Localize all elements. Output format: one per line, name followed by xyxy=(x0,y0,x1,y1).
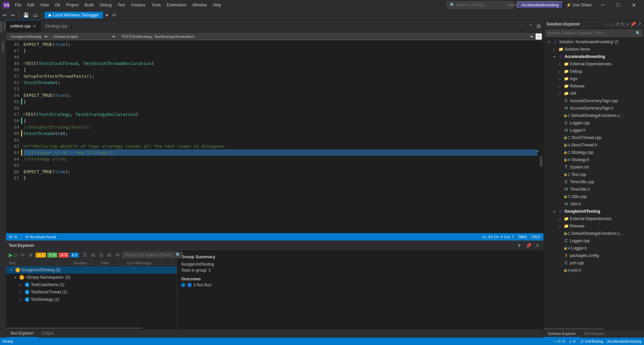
tree-item-accsumtags-h[interactable]: H AccountSummaryTags.h xyxy=(544,105,644,112)
test-item-stockthread[interactable]: ▷ ℹ TestStockThread (1) xyxy=(6,288,177,296)
editor-pin-button[interactable]: ⌃ xyxy=(527,23,534,29)
panel-pin-button[interactable]: 📌 xyxy=(524,242,533,249)
tree-item-strategy-cpp[interactable]: 🔒 C Strategy.cpp xyxy=(544,149,644,156)
run-selected-tests-button[interactable]: ▷ xyxy=(14,252,18,258)
se-nav-back-icon[interactable]: ← xyxy=(605,21,610,27)
undo-button[interactable]: ↩ xyxy=(1,12,8,18)
editor-split-button[interactable]: ⊟ xyxy=(535,23,542,29)
test-settings-button[interactable]: ⚙ xyxy=(114,252,121,258)
test-list-button[interactable]: ⊞ xyxy=(90,252,97,258)
tree-item-solution[interactable]: ▼ ⊞ Solution 'AcceleratedInvesting' (2 xyxy=(544,38,644,46)
tree-item-gu-defstrat[interactable]: 🔒 C DefaultStrategyFunctions.c... xyxy=(544,230,644,237)
tree-item-gu-ext-deps[interactable]: ▷ 📁 External Dependencies xyxy=(544,215,644,222)
se-collapse-icon[interactable]: ≡ xyxy=(626,21,629,27)
editor-scrollbar[interactable] xyxy=(539,41,543,233)
tree-item-accinvesting[interactable]: ▼ ⚙ AcceleratedInvesting xyxy=(544,53,644,60)
tree-item-logs[interactable]: ▷ 📁 logs xyxy=(544,75,644,82)
run-all-tests-button[interactable]: ▶ xyxy=(9,252,13,258)
se-pin-icon[interactable]: 📌 xyxy=(630,21,636,27)
test-hier-button[interactable]: ⊟ xyxy=(98,252,105,258)
code-content[interactable]: EXPECT_TRUE(true); } ⊟TEST(TestStockThre… xyxy=(22,41,539,233)
panel-close-button[interactable]: ✕ xyxy=(534,242,541,249)
tab-output[interactable]: Output xyxy=(38,330,58,338)
tab-test-explorer[interactable]: Test Explorer xyxy=(6,330,38,338)
tree-item-logger-cpp[interactable]: C Logger.cpp xyxy=(544,119,644,127)
menu-edit[interactable]: Edit xyxy=(24,1,37,9)
test-item-strategy[interactable]: ▷ ℹ TestStrategy (1) xyxy=(6,296,177,303)
test-item-google[interactable]: ▼ ⚠ GoogleUnitTesting (3) xyxy=(6,266,177,274)
menu-tools[interactable]: Tools xyxy=(149,1,163,9)
branch-name[interactable]: ⎇ UnitTesting xyxy=(579,339,603,344)
se-expand-icon[interactable]: ↗ xyxy=(637,21,641,27)
tree-item-packages-config[interactable]: X packages.config xyxy=(544,252,644,259)
tree-item-defstrat-cpp[interactable]: 🔒 C DefaultStrategyFunctions.c... xyxy=(544,112,644,119)
se-sync-icon[interactable]: ↺ xyxy=(615,21,620,27)
test-tree-button[interactable]: ⊞ xyxy=(106,252,113,258)
menu-project[interactable]: Project xyxy=(63,1,81,9)
save-button[interactable]: 💾 xyxy=(22,12,30,18)
tree-item-strategy-h[interactable]: 🔒 H Strategy.h xyxy=(544,156,644,163)
global-search-input[interactable] xyxy=(456,3,506,7)
menu-git[interactable]: Git xyxy=(52,1,63,9)
se-tab-git[interactable]: Git Changes xyxy=(580,330,608,338)
tab-strategy-cpp[interactable]: Strategy.cpp xyxy=(41,20,71,32)
scope-dropdown-1[interactable]: GoogleUnitTesting xyxy=(7,33,49,40)
debug-dropdown-button[interactable]: ▾ xyxy=(104,12,109,18)
debug-step-button[interactable]: ⏎ xyxy=(111,12,117,18)
error-count[interactable]: ⚠ 8 xyxy=(569,339,575,344)
tab-close-icon[interactable]: ✕ xyxy=(33,23,37,29)
tree-item-gu-logger-h[interactable]: 🔒 H Logger.h xyxy=(544,245,644,252)
tree-item-utils-h[interactable]: H Utils.h xyxy=(544,200,644,208)
tab-unittest-cpp[interactable]: unittest.cpp ✕ xyxy=(6,20,41,32)
tree-item-test-cpp[interactable]: 🔒 C Test.cpp xyxy=(544,171,644,178)
test-group-button[interactable]: ☰ xyxy=(82,252,89,258)
menu-view[interactable]: View xyxy=(38,1,52,9)
se-scrollbar-h[interactable] xyxy=(544,328,644,330)
panel-collapse-button[interactable]: ▼ xyxy=(516,242,523,249)
test-search-input[interactable] xyxy=(122,252,183,258)
save-all-button[interactable]: 🗂 xyxy=(32,12,39,18)
tree-item-ext-deps[interactable]: ▷ 📁 External Dependencies xyxy=(544,60,644,68)
test-item-namespace[interactable]: ▼ ⚠ <Empty Namespace> (3) xyxy=(6,274,177,281)
tree-item-stockthread-h[interactable]: 🔒 H StockThread.h xyxy=(544,141,644,149)
tree-item-pch-h[interactable]: 🔒 H pch.h xyxy=(544,267,644,274)
maximize-button[interactable]: □ xyxy=(610,0,626,10)
tree-item-stockthread-cpp[interactable]: 🔒 C StockThread.cpp xyxy=(544,134,644,141)
tree-item-release[interactable]: ▷ 📁 Release xyxy=(544,82,644,90)
se-refresh-icon[interactable]: ↻ xyxy=(621,21,625,27)
tree-item-timeutils-cpp[interactable]: C TimeUtils.cpp xyxy=(544,178,644,186)
tree-item-timeutils-h[interactable]: H TimeUtils.h xyxy=(544,186,644,193)
tree-item-debug-folder[interactable]: ▷ 📁 Debug xyxy=(544,68,644,75)
test-scrollbar-h[interactable] xyxy=(6,327,177,330)
test-item-casename[interactable]: ▷ ℹ TestCaseName (1) xyxy=(6,281,177,288)
project-name[interactable]: AcceleratedInvesting xyxy=(607,339,641,343)
menu-debug[interactable]: Debug xyxy=(97,1,114,9)
encoding[interactable]: CRLF xyxy=(531,235,541,239)
menu-build[interactable]: Build xyxy=(82,1,97,9)
menu-file[interactable]: File xyxy=(12,1,24,9)
scrollbar-thumb[interactable] xyxy=(540,156,542,166)
tree-item-solution-items[interactable]: ▷ 📁 Solution Items xyxy=(544,46,644,53)
redo-button[interactable]: ↪ xyxy=(9,12,16,18)
se-search-input[interactable] xyxy=(545,29,643,37)
code-editor[interactable]: 46 47 48 49 50 51 52 53 54 55 56 57 58 5… xyxy=(6,41,543,233)
toolbox-icon[interactable]: Toolbox xyxy=(0,38,6,55)
server-explorer-icon[interactable]: Server Explorer xyxy=(0,21,6,38)
debug-run-button[interactable]: ▶ Local Windows Debugger xyxy=(45,12,103,18)
cancel-test-button[interactable]: ⊗ xyxy=(28,252,34,258)
liveshare-button[interactable]: ⚡ Live Share xyxy=(566,3,592,7)
issues-status[interactable]: ⊘ No issues found xyxy=(25,235,56,239)
scope-dropdown-2[interactable]: (Global Scope) xyxy=(50,33,117,40)
close-button[interactable]: ✕ xyxy=(626,0,641,10)
tree-item-system-txt[interactable]: T System.txt xyxy=(544,163,644,171)
expand-editor-button[interactable]: + xyxy=(535,33,542,40)
git-status[interactable]: ↑↓ 0 / 0 xyxy=(553,339,565,343)
tree-item-gu-logger-cpp[interactable]: C Logger.cpp xyxy=(544,237,644,245)
se-tab-explorer[interactable]: Solution Explorer xyxy=(544,330,580,338)
minimize-button[interactable]: ─ xyxy=(595,0,610,10)
account-button[interactable]: AcceleratedInvesting xyxy=(517,1,562,9)
zoom-level[interactable]: 91 % xyxy=(9,235,17,239)
scope-dropdown-3[interactable]: TEST(TestStrategy, TestStrategyDeclarati… xyxy=(117,33,535,40)
tab-overflow-button[interactable]: ⋯ xyxy=(518,24,527,28)
menu-test[interactable]: Test xyxy=(115,1,128,9)
